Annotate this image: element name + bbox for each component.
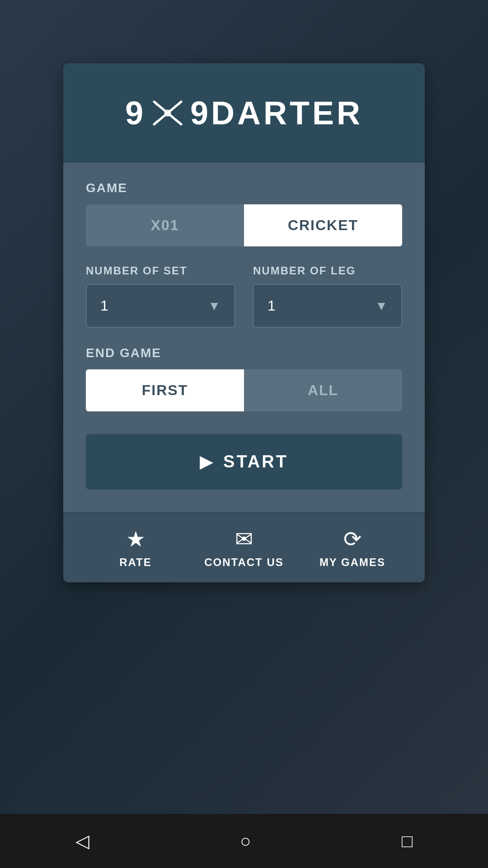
leg-dropdown-arrow: ▼	[375, 299, 388, 313]
x01-button[interactable]: X01	[86, 204, 244, 246]
mail-icon: ✉	[235, 526, 253, 552]
set-label: NUMBER OF SET	[86, 264, 235, 277]
set-selector-group: NUMBER OF SET 1 ▼	[86, 264, 235, 328]
star-icon: ★	[126, 526, 145, 552]
bottom-nav: ★ RATE ✉ CONTACT US ⟳ MY GAMES	[63, 512, 425, 582]
contact-us-label: CONTACT US	[204, 556, 284, 569]
app-logo: 9 9DARTER	[125, 94, 363, 132]
leg-label: NUMBER OF LEG	[253, 264, 402, 277]
leg-value: 1	[267, 297, 276, 314]
logo-darter: 9DARTER	[190, 94, 363, 132]
game-label: GAME	[86, 181, 402, 195]
main-card: 9 9DARTER GAME X01 CRICKE	[63, 63, 425, 582]
dart-crosshairs-icon	[150, 97, 186, 129]
start-button[interactable]: ▶ START	[86, 434, 402, 490]
history-icon: ⟳	[343, 526, 361, 552]
leg-dropdown[interactable]: 1 ▼	[253, 284, 402, 328]
main-content: 9 9DARTER GAME X01 CRICKE	[0, 27, 488, 618]
game-toggle-group: X01 CRICKET	[86, 204, 402, 246]
selectors-row: NUMBER OF SET 1 ▼ NUMBER OF LEG 1 ▼	[86, 264, 402, 328]
play-icon: ▶	[200, 453, 214, 472]
rate-label: RATE	[119, 556, 152, 569]
card-header: 9 9DARTER	[63, 63, 425, 163]
set-value: 1	[100, 297, 108, 314]
end-game-section: END GAME FIRST ALL	[86, 346, 402, 411]
start-label: START	[223, 452, 288, 472]
end-game-toggle-group: FIRST ALL	[86, 369, 402, 411]
set-dropdown-arrow: ▼	[208, 299, 221, 313]
my-games-nav-item[interactable]: ⟳ MY GAMES	[298, 526, 407, 569]
my-games-label: MY GAMES	[319, 556, 385, 569]
end-game-label: END GAME	[86, 346, 402, 360]
back-button[interactable]: ◁	[75, 830, 89, 851]
home-button[interactable]: ○	[240, 831, 251, 851]
all-button[interactable]: ALL	[244, 369, 402, 411]
card-body: GAME X01 CRICKET NUMBER OF SET 1 ▼ NUMBE…	[63, 163, 425, 512]
rate-nav-item[interactable]: ★ RATE	[81, 526, 190, 569]
cricket-button[interactable]: CRICKET	[244, 204, 402, 246]
recents-button[interactable]: □	[402, 831, 413, 851]
set-dropdown[interactable]: 1 ▼	[86, 284, 235, 328]
first-button[interactable]: FIRST	[86, 369, 244, 411]
contact-us-nav-item[interactable]: ✉ CONTACT US	[190, 526, 298, 569]
logo-number: 9	[125, 94, 145, 132]
system-bar: ◁ ○ □	[0, 814, 488, 868]
leg-selector-group: NUMBER OF LEG 1 ▼	[253, 264, 402, 328]
